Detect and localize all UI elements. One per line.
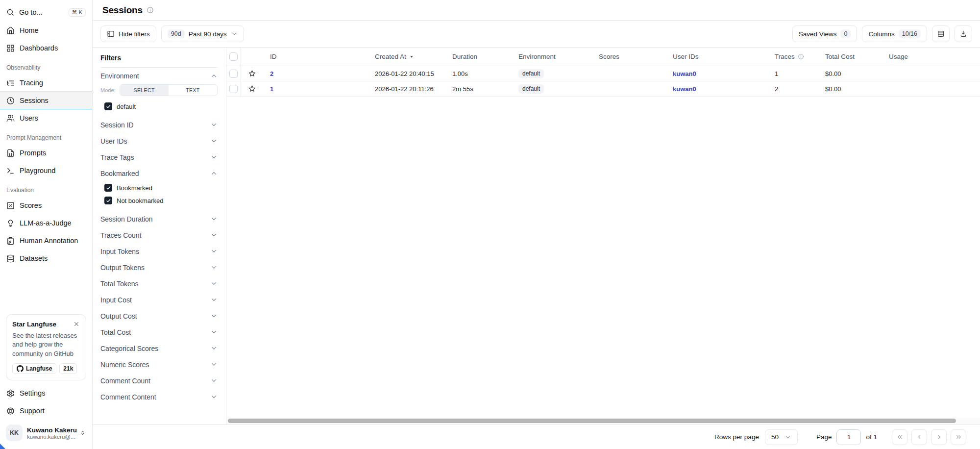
filter-section-input-cost[interactable]: Input Cost: [100, 292, 218, 308]
environment-mode-row: Mode: SELECT TEXT: [100, 84, 218, 96]
column-header-usage[interactable]: Usage: [882, 53, 980, 60]
filter-section-comment-count[interactable]: Comment Count: [100, 373, 218, 389]
page-number-input[interactable]: [836, 429, 861, 445]
user-id-link[interactable]: kuwan0: [673, 85, 696, 93]
github-langfuse-button[interactable]: Langfuse: [12, 363, 56, 374]
column-header-scores[interactable]: Scores: [591, 53, 665, 60]
info-icon: [798, 53, 804, 60]
content: Filters Environment Mode: SELECT TEXT: [93, 48, 980, 424]
row-checkbox[interactable]: [229, 70, 238, 78]
column-header-total-cost[interactable]: Total Cost: [818, 53, 882, 60]
sidebar-item-settings[interactable]: Settings: [0, 384, 92, 402]
filter-section-comment-content[interactable]: Comment Content: [100, 389, 218, 405]
github-stars-badge[interactable]: 21k: [59, 363, 77, 374]
table-row[interactable]: 2 2026-01-22 20:40:15 1.00s default kuwa…: [226, 66, 980, 81]
filter-section-session-id[interactable]: Session ID: [100, 117, 218, 133]
chevron-down-icon: [210, 328, 218, 336]
filter-header-environment[interactable]: Environment: [100, 68, 218, 84]
close-icon[interactable]: [73, 321, 80, 327]
bookmark-star-icon[interactable]: [248, 70, 256, 78]
columns-button[interactable]: Columns 10/16: [862, 25, 927, 42]
bookmarked-option[interactable]: Bookmarked: [100, 181, 218, 194]
sidebar-item-prompts[interactable]: Prompts: [0, 144, 92, 162]
filter-section-numeric-scores[interactable]: Numeric Scores: [100, 356, 218, 373]
filter-section-total-tokens[interactable]: Total Tokens: [100, 275, 218, 292]
date-range-button[interactable]: 90d Past 90 days: [161, 25, 244, 42]
not-bookmarked-option[interactable]: Not bookmarked: [100, 194, 218, 207]
filter-section-session-duration[interactable]: Session Duration: [100, 211, 218, 227]
checkbox-checked-icon[interactable]: [104, 184, 112, 192]
sidebar-item-sessions[interactable]: Sessions: [0, 92, 92, 109]
sidebar-item-human-annotation[interactable]: Human Annotation: [0, 232, 92, 249]
bookmark-star-icon[interactable]: [248, 85, 256, 93]
filter-label: Trace Tags: [100, 153, 134, 161]
column-header-environment[interactable]: Environment: [511, 53, 591, 60]
filter-section-user-ids[interactable]: User IDs: [100, 133, 218, 149]
chevron-down-icon: [210, 248, 218, 255]
chevron-down-icon: [210, 312, 218, 320]
filter-section-input-tokens[interactable]: Input Tokens: [100, 243, 218, 259]
header-select-cell: [226, 48, 241, 66]
last-page-button[interactable]: [951, 429, 966, 445]
sidebar-item-tracing[interactable]: Tracing: [0, 74, 92, 92]
column-header-created-at[interactable]: Created At: [368, 53, 445, 60]
environment-option-default[interactable]: default: [100, 100, 218, 113]
column-header-traces[interactable]: Traces: [767, 53, 818, 60]
avatar: KK: [6, 424, 23, 441]
filter-section-categorical-scores[interactable]: Categorical Scores: [100, 340, 218, 356]
sort-desc-icon: [409, 54, 414, 59]
gear-icon: [6, 389, 15, 398]
filter-section-output-tokens[interactable]: Output Tokens: [100, 259, 218, 275]
filter-section-output-cost[interactable]: Output Cost: [100, 308, 218, 324]
star-langfuse-card: Star Langfuse See the latest releases an…: [6, 314, 86, 380]
column-header-id[interactable]: ID: [263, 53, 368, 60]
sidebar-item-users[interactable]: Users: [0, 109, 92, 127]
filter-label: Bookmarked: [100, 170, 139, 177]
mode-toggle: SELECT TEXT: [120, 84, 218, 96]
mode-text-option[interactable]: TEXT: [169, 85, 217, 96]
table-row[interactable]: 1 2026-01-22 20:11:26 2m 55s default kuw…: [226, 81, 980, 97]
next-page-button[interactable]: [931, 429, 947, 445]
mode-select-option[interactable]: SELECT: [120, 85, 169, 96]
sidebar-item-label: Settings: [20, 389, 45, 397]
session-id-link[interactable]: 2: [270, 70, 273, 77]
saved-views-button[interactable]: Saved Views 0: [792, 25, 858, 42]
column-header-duration[interactable]: Duration: [445, 53, 511, 60]
filter-header-bookmarked[interactable]: Bookmarked: [100, 165, 218, 181]
filter-section-total-cost[interactable]: Total Cost: [100, 324, 218, 340]
promo-title: Star Langfuse: [12, 321, 56, 328]
filter-section-trace-tags[interactable]: Trace Tags: [100, 149, 218, 165]
checkbox-checked-icon[interactable]: [104, 102, 112, 110]
select-all-checkbox[interactable]: [229, 52, 238, 61]
sidebar-item-home[interactable]: Home: [0, 22, 92, 39]
row-checkbox[interactable]: [229, 85, 238, 93]
column-header-user-ids[interactable]: User IDs: [665, 53, 767, 60]
export-button[interactable]: [955, 25, 972, 42]
filter-section-traces-count[interactable]: Traces Count: [100, 227, 218, 243]
sidebar-item-scores[interactable]: Scores: [0, 197, 92, 214]
session-id-link[interactable]: 1: [270, 85, 273, 93]
duration-cell: 1.00s: [445, 70, 511, 77]
hide-filters-button[interactable]: Hide filters: [100, 25, 156, 42]
filter-label: Output Tokens: [100, 264, 145, 272]
pagination-footer: Rows per page 50 Page of 1: [93, 424, 980, 449]
sidebar-item-llm-as-a-judge[interactable]: LLM-as-a-Judge: [0, 214, 92, 232]
user-account-menu[interactable]: KK Kuwano Kakeru kuwano.kakeru@...: [0, 420, 92, 449]
chevron-down-icon: [210, 377, 218, 384]
checkbox-checked-icon[interactable]: [104, 197, 112, 204]
rows-per-page-select[interactable]: 50: [765, 429, 798, 445]
goto-search[interactable]: Go to... ⌘ K: [0, 3, 92, 22]
sidebar-item-support[interactable]: Support: [0, 402, 92, 420]
sidebar-item-datasets[interactable]: Datasets: [0, 249, 92, 267]
user-id-link[interactable]: kuwan0: [673, 70, 696, 77]
sidebar-item-dashboards[interactable]: Dashboards: [0, 39, 92, 57]
sidebar-item-playground[interactable]: Playground: [0, 162, 92, 179]
sidebar-item-label: Scores: [20, 201, 42, 209]
info-icon[interactable]: [147, 6, 154, 14]
row-height-button[interactable]: [932, 25, 950, 42]
first-page-button[interactable]: [892, 429, 907, 445]
previous-page-button[interactable]: [911, 429, 927, 445]
horizontal-scrollbar-thumb[interactable]: [228, 419, 956, 423]
total-cost-cell: $0.00: [818, 85, 882, 93]
traces-cell: 2: [767, 85, 818, 93]
